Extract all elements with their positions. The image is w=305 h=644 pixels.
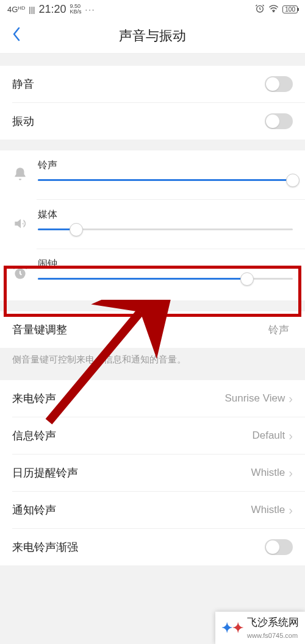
ascend-label: 来电铃声渐强 [12,540,265,554]
row-ascending-ringtone[interactable]: 来电铃声渐强 [0,529,305,565]
incoming-label: 来电铃声 [12,391,224,406]
network-type: 4Gᴴᴰ [7,5,25,14]
section-ringtones: 来电铃声 Sunrise View › 信息铃声 Default › 日历提醒铃… [0,380,305,565]
slider-alarm-fill [38,278,247,280]
watermark-url: www.fs0745.com [247,632,298,639]
mute-toggle[interactable] [265,76,293,92]
watermark-logo-icon: ✦✦ [221,620,243,636]
calendar-label: 日历提醒铃声 [12,465,251,480]
status-left: 4Gᴴᴰ ||| 21:20 9.50KB/s ··· [7,3,95,16]
slider-ring-thumb[interactable] [286,174,300,187]
slider-media: 媒体 [0,200,305,249]
wifi-icon [268,4,279,14]
row-volume-key[interactable]: 音量键调整 铃声 [0,311,305,348]
alarm-icon [255,4,265,15]
slider-ring-label: 铃声 [38,159,293,172]
slider-media-label: 媒体 [38,208,293,221]
chevron-right-icon: › [289,392,293,406]
volume-key-value: 铃声 [268,323,289,337]
slider-media-thumb[interactable] [70,223,83,236]
chevron-right-icon: › [289,466,293,480]
slider-ring: 铃声 [0,150,305,199]
volume-key-label: 音量键调整 [12,322,268,337]
watermark-brand: 飞沙系统网 [247,617,299,628]
section-volume-key: 音量键调整 铃声 [0,311,305,348]
row-mute[interactable]: 静音 [0,66,305,102]
status-bar: 4Gᴴᴰ ||| 21:20 9.50KB/s ··· 100 [0,0,305,18]
svg-point-1 [273,11,274,12]
notify-value: Whistle [251,504,285,516]
battery-icon: 100 [282,5,298,13]
status-time: 21:20 [38,3,66,16]
row-calendar-ringtone[interactable]: 日历提醒铃声 Whistle › [0,455,305,491]
message-value: Default [252,430,285,442]
row-message-ringtone[interactable]: 信息铃声 Default › [0,417,305,454]
chevron-right-icon: › [289,503,293,517]
vibrate-label: 振动 [12,114,265,129]
slider-alarm: 闹钟 [0,249,305,300]
back-button[interactable] [7,26,26,46]
slider-ring-track[interactable] [38,179,293,181]
signal-icon: ||| [29,5,35,14]
header-bar: 声音与振动 [0,18,305,54]
watermark: ✦✦ 飞沙系统网 www.fs0745.com [215,612,305,644]
status-right: 100 [255,4,298,15]
vibrate-toggle[interactable] [265,113,293,129]
message-label: 信息铃声 [12,428,252,443]
slider-alarm-thumb[interactable] [240,272,254,286]
slider-alarm-track[interactable] [38,278,293,280]
clock-icon [9,261,32,285]
bell-icon [9,163,32,186]
row-notify-ringtone[interactable]: 通知铃声 Whistle › [0,492,305,528]
notify-label: 通知铃声 [12,503,251,517]
speaker-icon [9,212,32,235]
slider-ring-fill [38,179,293,181]
row-vibrate[interactable]: 振动 [0,103,305,140]
chevron-right-icon: › [289,429,293,443]
ascend-toggle[interactable] [265,539,293,555]
page-title: 声音与振动 [0,27,305,45]
mute-label: 静音 [12,77,265,91]
volume-key-hint: 侧音量键可控制来电、信息和通知的音量。 [0,348,305,375]
watermark-text: 飞沙系统网 www.fs0745.com [247,615,299,640]
incoming-value: Sunrise View [224,392,285,405]
more-dots: ··· [85,5,96,14]
calendar-value: Whistle [251,467,285,479]
net-speed: 9.50KB/s [70,4,82,15]
row-incoming-ringtone[interactable]: 来电铃声 Sunrise View › [0,380,305,417]
section-toggles: 静音 振动 [0,66,305,140]
section-sliders: 铃声 媒体 闹钟 [0,150,305,300]
slider-media-track[interactable] [38,228,293,230]
slider-alarm-label: 闹钟 [38,258,293,271]
